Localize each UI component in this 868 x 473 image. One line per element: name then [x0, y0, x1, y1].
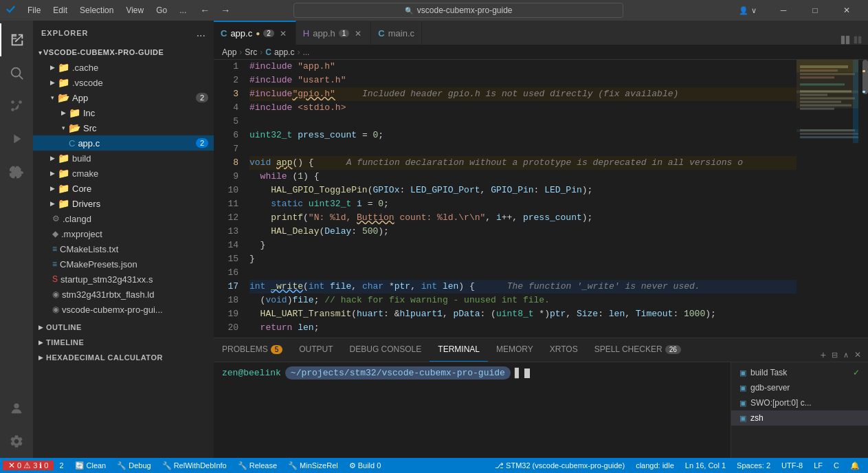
timeline-section[interactable]: ▶ TIMELINE	[33, 335, 214, 350]
status-errors2[interactable]: 2	[54, 461, 69, 470]
activity-account[interactable]	[0, 392, 33, 425]
panel: PROBLEMS 5 OUTPUT DEBUG CONSOLE TERMINAL…	[214, 338, 868, 458]
menu-more[interactable]: ...	[174, 4, 192, 16]
terminal-item-build[interactable]: ▣ build Task ✓	[731, 365, 868, 380]
terminal-cursor-block	[524, 368, 530, 378]
status-clangd[interactable]: clangd: idle	[630, 461, 680, 470]
tree-item-clangd[interactable]: ⚙ .clangd	[33, 211, 214, 226]
status-file-type[interactable]: C	[828, 461, 845, 470]
panel-tab-xrtos[interactable]: XRTOS	[542, 338, 586, 362]
terminal-content[interactable]: zen@beelink ~/projects/stm32/vscode-cube…	[214, 362, 731, 458]
activity-settings[interactable]	[0, 425, 33, 458]
code-editor[interactable]: #include "app.h" #include "usart.h" #inc…	[247, 60, 797, 338]
sidebar-more-btn[interactable]: ...	[197, 27, 205, 39]
status-clean[interactable]: 🔄 Clean	[69, 461, 112, 470]
breadcrumb-app[interactable]: App	[222, 47, 236, 57]
breadcrumb-src[interactable]: Src	[245, 47, 257, 57]
editor-scrollbar[interactable]	[858, 60, 868, 338]
titlebar-remote-btn[interactable]: 👤∨	[739, 6, 757, 15]
hexcalc-label: HEXADECIMAL CALCULATOR	[46, 353, 163, 362]
window-controls: ─ □ ✕	[768, 0, 863, 21]
editor-with-minimap: 1 2 3 4 5 6 7 8 9 10 11 12 13 14 15 16 1…	[214, 60, 868, 338]
tree-item-cmakepresets[interactable]: ≡ CMakePresets.json	[33, 256, 214, 272]
editor-layout-btn[interactable]	[835, 35, 868, 45]
root-label: VSCODE-CUBEMX-PRO-GUIDE	[43, 48, 164, 56]
swo-label: SWO:[port:0] c...	[750, 398, 812, 408]
breadcrumb-more[interactable]: ...	[302, 47, 309, 57]
tab-apph-badge: 1	[339, 30, 350, 37]
tree-item-app[interactable]: ▾ 📂 App 2	[33, 90, 214, 105]
terminal-item-swo[interactable]: ▣ SWO:[port:0] c...	[731, 395, 868, 410]
panel-tab-output[interactable]: OUTPUT	[291, 338, 341, 362]
activity-search[interactable]	[0, 56, 33, 89]
panel-tab-memory[interactable]: MEMORY	[488, 338, 542, 362]
panel-tab-terminal[interactable]: TERMINAL	[430, 338, 488, 362]
menu-file[interactable]: File	[22, 4, 46, 16]
status-release[interactable]: 🔧 Release	[232, 461, 282, 470]
status-build[interactable]: ⚙ Build 0	[344, 461, 387, 470]
tree-item-startup[interactable]: S startup_stm32g431xx.s	[33, 272, 214, 287]
activity-explorer[interactable]	[0, 23, 33, 56]
tree-item-appc[interactable]: C app.c 2	[33, 135, 214, 151]
panel-close-btn[interactable]: ✕	[853, 349, 863, 361]
tree-item-core[interactable]: ▶ 📁 Core	[33, 181, 214, 196]
ln-1: 1	[214, 60, 247, 74]
tree-item-vscode[interactable]: ▶ 📁 .vscode	[33, 75, 214, 90]
tab-apph-close[interactable]: ✕	[353, 28, 364, 39]
tree-item-vscode-project[interactable]: ◉ vscode-cubemx-pro-gui...	[33, 302, 214, 317]
tree-item-drivers[interactable]: ▶ 📁 Drivers	[33, 196, 214, 211]
search-bar[interactable]: 🔍 vscode-cubemx-pro-guide	[293, 3, 623, 18]
status-errors[interactable]: ✕ 0 ⚠ 3 ℹ 0	[3, 461, 54, 470]
menu-go[interactable]: Go	[151, 4, 173, 16]
status-debug[interactable]: 🔧 Debug	[111, 461, 156, 470]
panel-tab-problems[interactable]: PROBLEMS 5	[214, 338, 291, 362]
tree-item-cmake[interactable]: ▶ 📁 cmake	[33, 166, 214, 181]
panel-tab-debug[interactable]: DEBUG CONSOLE	[342, 338, 430, 362]
ln-18: 18	[214, 294, 247, 307]
tab-appc[interactable]: C app.c ● 2 ✕	[214, 21, 296, 45]
activity-source-control[interactable]	[0, 89, 33, 122]
terminal-item-gdb[interactable]: ▣ gdb-server	[731, 380, 868, 395]
nav-forward-btn[interactable]: →	[218, 3, 233, 17]
terminal-item-zsh[interactable]: ▣ zsh	[731, 410, 868, 426]
ln-6: 6	[214, 129, 247, 142]
minimize-btn[interactable]: ─	[768, 0, 799, 21]
panel-actions: + ⊟ ∧ ✕	[814, 348, 868, 362]
hexcalc-section[interactable]: ▶ HEXADECIMAL CALCULATOR	[33, 350, 214, 365]
status-spaces[interactable]: Spaces: 2	[731, 461, 776, 470]
close-btn[interactable]: ✕	[831, 0, 863, 21]
activity-extensions[interactable]	[0, 155, 33, 188]
status-relwithdebinfo[interactable]: 🔧 RelWithDebInfo	[157, 461, 232, 470]
menu-edit[interactable]: Edit	[47, 4, 73, 16]
panel-maximize-btn[interactable]: ∧	[842, 349, 850, 361]
tree-item-cmakelists[interactable]: ≡ CMakeLists.txt	[33, 241, 214, 256]
activity-run-debug[interactable]	[0, 122, 33, 155]
breadcrumb-appc[interactable]: app.c	[274, 47, 294, 57]
tree-item-cache[interactable]: ▶ 📁 .cache	[33, 60, 214, 75]
status-line-ending[interactable]: LF	[808, 461, 828, 470]
tree-item-build[interactable]: ▶ 📁 build	[33, 151, 214, 166]
tab-appc-close[interactable]: ✕	[278, 28, 289, 39]
panel-tab-spellchecker[interactable]: SPELL CHECKER 26	[586, 338, 689, 362]
status-encoding[interactable]: UTF-8	[776, 461, 808, 470]
restore-btn[interactable]: □	[799, 0, 831, 21]
explorer-root[interactable]: ▾ VSCODE-CUBEMX-PRO-GUIDE	[33, 45, 214, 60]
status-minsizerel[interactable]: 🔧 MinSizeRel	[282, 461, 344, 470]
build-task-label: build Task	[750, 368, 787, 377]
tree-item-inc[interactable]: ▶ 📁 Inc	[33, 105, 214, 120]
outline-section[interactable]: ▶ OUTLINE	[33, 320, 214, 335]
tab-apph[interactable]: H app.h 1 ✕	[296, 21, 372, 45]
nav-back-btn[interactable]: ←	[197, 3, 212, 17]
menu-selection[interactable]: Selection	[74, 4, 119, 16]
status-line-col[interactable]: Ln 16, Col 1	[680, 461, 731, 470]
tree-item-src[interactable]: ▾ 📂 Src	[33, 120, 214, 135]
status-branch[interactable]: ⎇ STM32 (vscode-cubemx-pro-guide)	[489, 461, 630, 470]
menu-view[interactable]: View	[120, 4, 149, 16]
panel-add-btn[interactable]: +	[819, 348, 827, 362]
warning-count: 3	[33, 461, 37, 470]
status-notifications[interactable]: 🔔	[845, 461, 865, 470]
tree-item-mxproject[interactable]: ◆ .mxproject	[33, 226, 214, 241]
tab-mainc[interactable]: C main.c	[371, 21, 422, 45]
panel-layout-btn[interactable]: ⊟	[830, 349, 839, 361]
tree-item-flashld[interactable]: ◉ stm32g431rbtx_flash.ld	[33, 287, 214, 302]
